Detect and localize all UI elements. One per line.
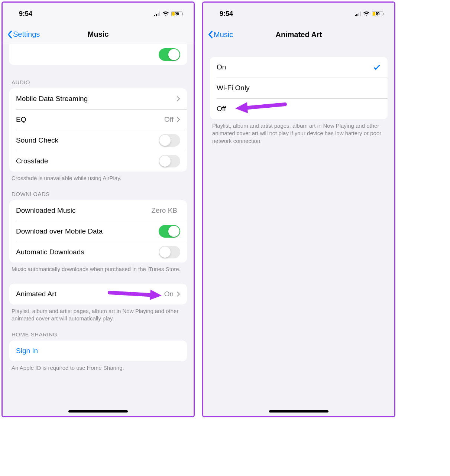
checkmark-icon (373, 63, 381, 71)
status-time: 9:54 (220, 10, 233, 18)
phone-right: 9:54 10 Music Animated Art On Wi-Fi Only (202, 1, 395, 417)
settings-content: x AUDIO Mobile Data Streaming EQ Off Sou… (3, 44, 194, 416)
download-over-mobile-toggle[interactable] (159, 225, 180, 238)
back-label: Settings (13, 30, 40, 39)
signal-icon (355, 12, 361, 16)
downloads-group: Downloaded Music Zero KB Download over M… (9, 200, 187, 263)
wifi-icon (162, 11, 169, 16)
status-bar: 9:54 10 (3, 3, 194, 25)
animated-art-footer: Playlist, album and artist pages, album … (3, 304, 194, 323)
eq-row[interactable]: EQ Off (9, 109, 187, 130)
status-icons: 10 (154, 11, 183, 16)
crossfade-toggle[interactable] (159, 155, 180, 167)
sign-in-row[interactable]: Sign In (9, 340, 187, 361)
row-label: Animated Art (16, 290, 164, 298)
row-label: Automatic Downloads (16, 248, 159, 256)
phone-left: 9:54 10 Settings Music x AUDIO (1, 1, 195, 417)
row-value: On (164, 290, 174, 298)
home-indicator[interactable] (269, 410, 328, 413)
home-sharing-group: Sign In (9, 340, 187, 361)
audio-group: Mobile Data Streaming EQ Off Sound Check… (9, 88, 187, 172)
option-wifi-only-row[interactable]: Wi-Fi Only (210, 78, 388, 98)
home-sharing-header: HOME SHARING (3, 322, 194, 340)
row-value: Off (164, 115, 174, 124)
downloaded-music-row[interactable]: Downloaded Music Zero KB (9, 200, 187, 221)
row-label: EQ (16, 115, 164, 124)
option-on-row[interactable]: On (210, 57, 388, 78)
crossfade-footer: Crossfade is unavailable while using Air… (3, 172, 194, 182)
animated-art-row[interactable]: Animated Art On (9, 284, 187, 304)
audio-header: AUDIO (3, 65, 194, 88)
mobile-data-streaming-row[interactable]: Mobile Data Streaming (9, 88, 187, 109)
row-label: Download over Mobile Data (16, 227, 159, 235)
chevron-left-icon (7, 30, 12, 39)
animated-art-options: On Wi-Fi Only Off (210, 57, 388, 119)
home-indicator[interactable] (68, 410, 128, 413)
status-icons: 10 (355, 11, 383, 16)
downloads-header: DOWNLOADS (3, 182, 194, 200)
back-button[interactable]: Settings (7, 30, 40, 39)
show-all-purchases-row[interactable]: x (9, 44, 187, 65)
back-label: Music (214, 30, 233, 39)
chevron-right-icon (177, 96, 180, 102)
truncated-group: x (9, 44, 187, 65)
option-off-row[interactable]: Off (210, 98, 388, 119)
nav-bar: Music Animated Art (203, 25, 394, 44)
show-all-purchases-toggle[interactable] (159, 48, 180, 61)
chevron-right-icon (177, 291, 180, 297)
settings-content: On Wi-Fi Only Off Playlist, album and ar… (203, 44, 394, 416)
battery-icon: 10 (171, 11, 182, 16)
back-button[interactable]: Music (208, 30, 233, 39)
status-time: 9:54 (19, 10, 32, 18)
row-label: Downloaded Music (16, 206, 151, 215)
chevron-left-icon (208, 30, 213, 39)
row-value: Zero KB (151, 206, 177, 215)
downloads-footer: Music automatically downloads when purch… (3, 263, 194, 273)
sound-check-toggle[interactable] (159, 134, 180, 147)
status-bar: 9:54 10 (203, 3, 394, 25)
row-label: Mobile Data Streaming (16, 95, 177, 103)
chevron-right-icon (177, 117, 180, 123)
row-label: Wi-Fi Only (217, 84, 381, 92)
automatic-downloads-toggle[interactable] (159, 246, 180, 258)
battery-icon: 10 (372, 11, 383, 16)
signal-icon (154, 12, 161, 16)
nav-bar: Settings Music (3, 25, 194, 44)
row-label: Off (217, 105, 381, 113)
row-label: Sound Check (16, 136, 159, 144)
row-label: Crossfade (16, 157, 159, 165)
download-over-mobile-row[interactable]: Download over Mobile Data (9, 221, 187, 242)
animated-art-group: Animated Art On (9, 284, 187, 304)
row-label: Sign In (16, 347, 180, 355)
wifi-icon (363, 11, 370, 16)
row-label: On (217, 63, 373, 71)
sound-check-row[interactable]: Sound Check (9, 130, 187, 151)
animated-art-footer: Playlist, album and artist pages, album … (203, 119, 394, 145)
home-sharing-footer: An Apple ID is required to use Home Shar… (3, 361, 194, 372)
crossfade-row[interactable]: Crossfade (9, 151, 187, 172)
automatic-downloads-row[interactable]: Automatic Downloads (9, 242, 187, 263)
